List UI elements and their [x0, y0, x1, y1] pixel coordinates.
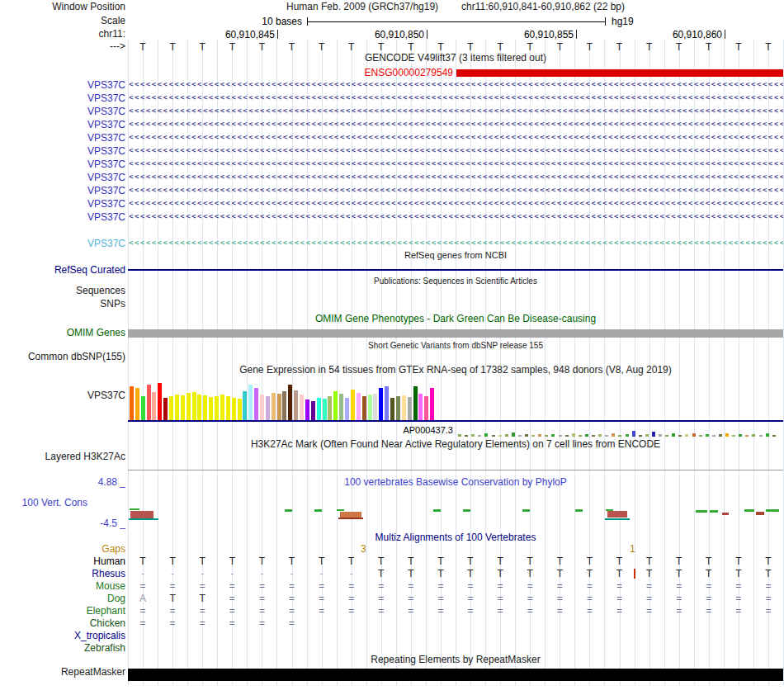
gtex-bar-small[interactable] [605, 435, 608, 437]
gtex-bar-small[interactable] [732, 435, 735, 437]
gtex-bar[interactable] [424, 396, 428, 421]
gtex-bar-small[interactable] [659, 434, 662, 437]
gtex-bar-small[interactable] [739, 434, 742, 437]
transcript-arrows[interactable]: <<<<<<<<<<<<<<<<<<<<<<<<<<<<<<<<<<<<<<<<… [129, 106, 783, 116]
gtex-bar[interactable] [385, 386, 389, 421]
gtex-bar[interactable] [339, 394, 343, 421]
transcript-arrows[interactable]: <<<<<<<<<<<<<<<<<<<<<<<<<<<<<<<<<<<<<<<<… [129, 79, 783, 90]
gtex-bar[interactable] [323, 399, 327, 421]
transcript-label[interactable]: VPS37C [0, 145, 125, 157]
gtex-bar-small[interactable] [665, 435, 668, 437]
transcript-label[interactable]: VPS37C [0, 172, 125, 183]
transcript-label[interactable]: VPS37C [0, 158, 125, 170]
gtex-bar[interactable] [288, 385, 292, 421]
transcript-arrows[interactable]: <<<<<<<<<<<<<<<<<<<<<<<<<<<<<<<<<<<<<<<<… [129, 158, 783, 169]
gtex-bar[interactable] [243, 391, 247, 421]
transcript-label[interactable]: VPS37C [0, 119, 125, 130]
gtex-bar[interactable] [254, 388, 258, 421]
gtex-bar-small[interactable] [699, 435, 702, 437]
gtex-bar-small[interactable] [559, 435, 562, 437]
gtex-bar[interactable] [158, 383, 162, 421]
gtex-bar[interactable] [152, 392, 156, 421]
gtex-bar[interactable] [272, 393, 276, 421]
gtex-bar-small[interactable] [725, 433, 729, 437]
species-track-label[interactable]: Zebrafish [0, 642, 125, 654]
gtex-bar-small[interactable] [652, 432, 655, 437]
gtex-bar[interactable] [197, 395, 201, 421]
ensg-gene-label[interactable]: ENSG00000279549 [128, 67, 453, 78]
refseq-line[interactable] [128, 269, 783, 271]
gtex-bar[interactable] [300, 395, 304, 421]
phylop-track-label[interactable]: 100 Vert. Cons [0, 498, 125, 508]
gtex-bar-small[interactable] [465, 435, 468, 437]
gtex-bar-small[interactable] [672, 433, 675, 437]
sequences-track-label[interactable]: Sequences [0, 286, 125, 296]
transcript-arrows[interactable]: <<<<<<<<<<<<<<<<<<<<<<<<<<<<<<<<<<<<<<<<… [129, 119, 783, 130]
gtex-bar[interactable] [163, 398, 168, 421]
gtex-bar-small[interactable] [498, 435, 502, 437]
gtex-bar[interactable] [260, 395, 264, 421]
gtex-bar-small[interactable] [458, 434, 461, 437]
gtex-bar[interactable] [141, 396, 145, 421]
gtex-bar[interactable] [345, 398, 349, 421]
species-track-label[interactable]: Human [0, 556, 125, 567]
gtex-bar[interactable] [248, 385, 253, 421]
gtex-bar[interactable] [169, 396, 173, 421]
refseq-track-label[interactable]: RefSeq Curated [0, 265, 125, 276]
gtex-bar[interactable] [317, 398, 321, 421]
gtex-bar[interactable] [373, 394, 377, 421]
gtex-bar-small[interactable] [471, 434, 475, 437]
gtex-bar[interactable] [430, 388, 434, 421]
species-track-label[interactable]: Mouse [0, 580, 125, 592]
gtex-bar-small[interactable] [592, 435, 595, 437]
ensg-gene-bar[interactable] [456, 69, 783, 77]
species-track-label[interactable]: Elephant [0, 605, 125, 617]
gtex-bar-small[interactable] [579, 435, 582, 437]
gtex-bar[interactable] [390, 398, 394, 421]
h3k27ac-track-label[interactable]: Layered H3K27Ac [0, 452, 125, 462]
gtex-bar-small[interactable] [545, 435, 548, 437]
gtex-bar-small[interactable] [551, 434, 555, 437]
gtex-bar[interactable] [328, 396, 332, 421]
gtex-bar-small[interactable] [572, 433, 575, 437]
transcript-arrows[interactable]: <<<<<<<<<<<<<<<<<<<<<<<<<<<<<<<<<<<<<<<<… [129, 92, 783, 103]
gtex-bar[interactable] [266, 396, 270, 421]
gtex-bar-small[interactable] [585, 434, 588, 437]
gtex-bar-small[interactable] [745, 435, 749, 437]
gtex-bar-small[interactable] [512, 433, 515, 437]
gtex-bar-small[interactable] [484, 433, 488, 437]
gtex-bar-small[interactable] [626, 434, 629, 437]
gtex-bar-small[interactable] [678, 435, 682, 437]
gtex-gene2-label[interactable]: AP000437.3 [128, 425, 453, 435]
gtex-bar-small[interactable] [492, 435, 495, 437]
transcript-label[interactable]: VPS37C [0, 211, 125, 223]
gtex-bar[interactable] [282, 391, 286, 421]
transcript-label[interactable]: VPS37C [0, 198, 125, 210]
gtex-bar-small[interactable] [712, 435, 716, 437]
species-track-label[interactable]: X_tropicalis [0, 630, 125, 641]
gtex-bar[interactable] [215, 396, 219, 421]
gtex-bar[interactable] [413, 386, 418, 421]
gtex-bar[interactable] [333, 391, 338, 421]
gtex-bar-small[interactable] [478, 435, 481, 437]
gtex-bar[interactable] [209, 397, 213, 421]
gtex-bar[interactable] [181, 395, 185, 421]
transcript-arrows[interactable]: <<<<<<<<<<<<<<<<<<<<<<<<<<<<<<<<<<<<<<<<… [129, 172, 783, 182]
gtex-bar[interactable] [187, 393, 191, 421]
gtex-bar-small[interactable] [612, 433, 615, 437]
transcript-label[interactable]: VPS37C [0, 79, 125, 91]
transcript-arrows[interactable]: <<<<<<<<<<<<<<<<<<<<<<<<<<<<<<<<<<<<<<<<… [129, 145, 783, 156]
transcript-label[interactable]: VPS37C [0, 92, 125, 104]
gtex-bar-small[interactable] [692, 433, 696, 437]
gaps-track-label[interactable]: Gaps [0, 543, 125, 555]
dbsnp-track-label[interactable]: Common dbSNP(155) [0, 352, 125, 362]
gtex-bar[interactable] [418, 394, 423, 421]
gtex-gene-label[interactable]: VPS37C [0, 390, 125, 401]
gtex-bar[interactable] [226, 396, 230, 421]
snps-track-label[interactable]: SNPs [0, 299, 125, 310]
gtex-bar-small[interactable] [505, 434, 508, 437]
gtex-bar-small[interactable] [632, 431, 635, 437]
gtex-bar[interactable] [277, 394, 281, 421]
gtex-bar-small[interactable] [645, 434, 649, 437]
gtex-bar[interactable] [351, 390, 355, 421]
